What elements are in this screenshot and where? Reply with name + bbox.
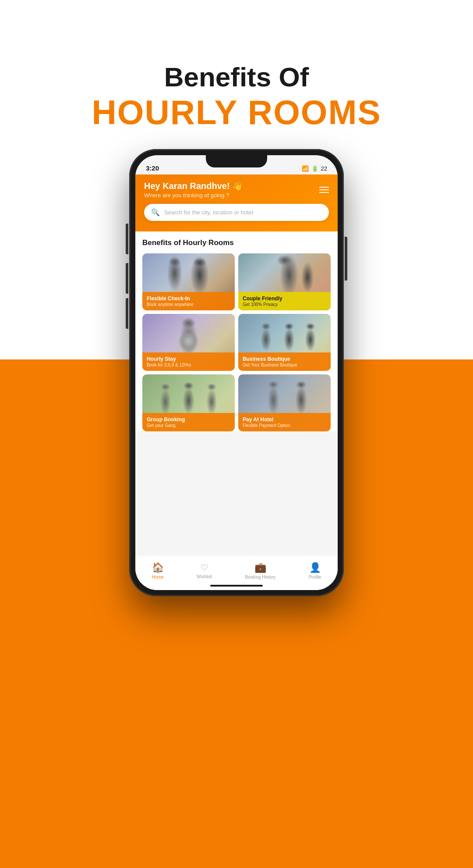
subgreeting-text: Where are you thinking of going ? <box>144 192 243 199</box>
greeting-area: Hey Karan Randhve! 👋 Where are you think… <box>144 181 243 199</box>
menu-button[interactable] <box>319 187 329 193</box>
profile-nav-icon: 👤 <box>309 562 321 573</box>
phone-screen: 3:20 📶 🔋 22 Hey Karan Randhve! 👋 Where a… <box>135 155 338 590</box>
phone-frame: 3:20 📶 🔋 22 Hey Karan Randhve! 👋 Where a… <box>129 149 344 596</box>
home-nav-label: Home <box>152 575 164 580</box>
benefit-card-business-boutique[interactable]: Business Boutique Get Your Business Bout… <box>238 314 331 371</box>
benefit-title-group: Group Booking <box>147 416 230 423</box>
benefit-label-pay: Pay At Hotel Flexible Payment Option <box>238 413 331 431</box>
wifi-icon: 📶 <box>302 165 309 172</box>
greeting-text: Hey Karan Randhve! 👋 <box>144 181 243 191</box>
menu-line-1 <box>319 187 329 188</box>
benefit-title-hourly: Hourly Stay <box>147 356 230 362</box>
nav-item-home[interactable]: 🏠 Home <box>152 562 164 580</box>
phone-notch <box>206 155 267 167</box>
benefit-sub-pay: Flexible Payment Option <box>243 423 326 428</box>
battery-icon: 🔋 <box>311 165 318 172</box>
benefit-label-couple: Couple Friendly Get 100% Privacy <box>238 292 331 310</box>
home-indicator <box>210 585 263 587</box>
page-title-area: Benefits Of HOURLY ROOMS <box>0 61 473 132</box>
benefit-card-flexible-checkin[interactable]: Flexible Check-In Book anytime anywhere <box>142 253 235 310</box>
benefit-label-business: Business Boutique Get Your Business Bout… <box>238 352 331 371</box>
benefit-sub-business: Get Your Business Boutique <box>243 363 326 367</box>
wishlist-nav-icon: ♡ <box>201 562 208 573</box>
benefit-title-business: Business Boutique <box>243 356 326 362</box>
phone-mockup: 3:20 📶 🔋 22 Hey Karan Randhve! 👋 Where a… <box>129 149 344 596</box>
app-header: Hey Karan Randhve! 👋 Where are you think… <box>135 174 338 231</box>
benefit-card-pay-at-hotel[interactable]: Pay At Hotel Flexible Payment Option <box>238 374 331 431</box>
status-time: 3:20 <box>146 164 159 172</box>
benefit-card-couple-friendly[interactable]: Couple Friendly Get 100% Privacy <box>238 253 331 310</box>
nav-item-wishlist[interactable]: ♡ Wishlist <box>197 562 212 579</box>
benefit-label-flexible: Flexible Check-In Book anytime anywhere <box>142 292 235 310</box>
status-icons: 📶 🔋 22 <box>302 165 327 172</box>
search-bar[interactable]: 🔍 Search for the city, location or hotel <box>144 204 329 221</box>
nav-item-profile[interactable]: 👤 Profile <box>309 562 321 580</box>
page-title-line2: HOURLY ROOMS <box>0 92 473 132</box>
booking-history-nav-label: Booking History <box>245 575 275 580</box>
benefit-sub-couple: Get 100% Privacy <box>243 302 326 307</box>
menu-line-2 <box>319 189 329 190</box>
wishlist-nav-label: Wishlist <box>197 574 212 579</box>
benefit-title-couple: Couple Friendly <box>243 295 326 302</box>
benefit-sub-hourly: Book for 3,6,9 & 12Hrs <box>147 363 230 367</box>
benefits-section-title: Benefits of Hourly Rooms <box>142 238 331 247</box>
nav-item-booking-history[interactable]: 💼 Booking History <box>245 562 275 580</box>
benefit-title-pay: Pay At Hotel <box>243 416 326 423</box>
benefit-sub-group: Get your Gang <box>147 423 230 428</box>
search-icon: 🔍 <box>151 208 160 217</box>
benefit-label-hourly: Hourly Stay Book for 3,6,9 & 12Hrs <box>142 352 235 371</box>
menu-line-3 <box>319 192 329 193</box>
benefit-label-group: Group Booking Get your Gang <box>142 413 235 431</box>
home-nav-icon: 🏠 <box>152 562 164 573</box>
profile-nav-label: Profile <box>309 575 321 580</box>
header-top: Hey Karan Randhve! 👋 Where are you think… <box>144 181 329 199</box>
booking-history-nav-icon: 💼 <box>254 562 266 573</box>
search-placeholder: Search for the city, location or hotel <box>164 209 253 216</box>
benefit-card-group-booking[interactable]: Group Booking Get your Gang <box>142 374 235 431</box>
benefits-grid: Flexible Check-In Book anytime anywhere … <box>142 253 331 431</box>
battery-level: 22 <box>321 165 327 172</box>
benefit-sub-flexible: Book anytime anywhere <box>147 302 230 307</box>
page-title-line1: Benefits Of <box>0 61 473 92</box>
benefit-title-flexible: Flexible Check-In <box>147 295 230 302</box>
content-area: Benefits of Hourly Rooms Flexible Check-… <box>135 231 338 431</box>
benefit-card-hourly-stay[interactable]: Hourly Stay Book for 3,6,9 & 12Hrs <box>142 314 235 371</box>
